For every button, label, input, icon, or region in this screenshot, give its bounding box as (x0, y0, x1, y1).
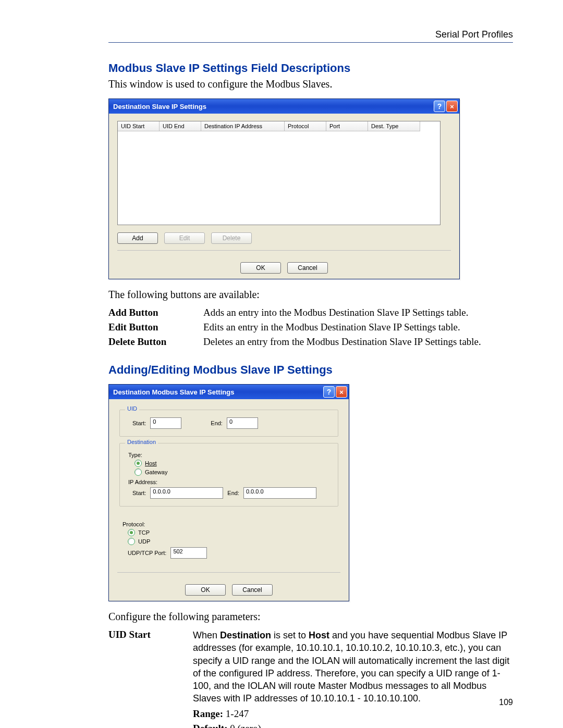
col-protocol[interactable]: Protocol (285, 121, 326, 131)
cancel-button[interactable]: Cancel (232, 584, 273, 596)
edit-button-desc: Edits an entry in the Modbus Destination… (203, 322, 513, 333)
section1-tail: The following buttons are available: (108, 289, 513, 301)
section1-intro: This window is used to configure the Mod… (108, 78, 513, 90)
dialog1-title: Destination Slave IP Settings (113, 103, 433, 110)
type-gateway-radio[interactable]: Gateway (134, 468, 333, 476)
ip-start-input[interactable]: 0.0.0.0 (150, 487, 223, 499)
edit-button-label: Edit Button (108, 322, 197, 336)
slave-ip-listview[interactable]: UID Start UID End Destination IP Address… (117, 121, 440, 225)
dialog-destination-modbus-slave-ip-settings: Destination Modbus Slave IP Settings ? ×… (108, 384, 349, 601)
protocol-udp-label: UDP (138, 538, 150, 545)
section1-title: Modbus Slave IP Settings Field Descripti… (108, 61, 513, 75)
udp-tcp-port-label: UDP/TCP Port: (128, 550, 166, 556)
uid-start-param-desc: When Destination is set to Host and you … (193, 629, 513, 728)
radio-icon (134, 460, 142, 467)
radio-icon (134, 468, 142, 476)
section2-title: Adding/Editing Modbus Slave IP Settings (108, 363, 513, 377)
running-header: Serial Port Profiles (108, 29, 513, 40)
type-label: Type: (128, 452, 333, 458)
ok-button[interactable]: OK (185, 584, 226, 596)
protocol-tcp-radio[interactable]: TCP (128, 529, 333, 536)
uid-start-input[interactable]: 0 (150, 417, 181, 429)
protocol-group: Protocol: TCP UDP UDP/TCP Port: 502 (119, 513, 338, 566)
uid-end-input[interactable]: 0 (227, 417, 258, 429)
uid-legend: UID (125, 405, 139, 412)
uid-start-param-label: UID Start (108, 629, 187, 728)
type-gateway-label: Gateway (145, 469, 167, 475)
ip-end-input[interactable]: 0.0.0.0 (243, 487, 316, 499)
uid-end-label: End: (211, 420, 223, 426)
add-button-desc: Adds an entry into the Modbus Destinatio… (203, 307, 513, 318)
help-icon[interactable]: ? (323, 386, 335, 398)
col-uid-start[interactable]: UID Start (118, 121, 160, 131)
protocol-udp-radio[interactable]: UDP (128, 538, 333, 545)
type-host-radio[interactable]: Host (134, 460, 333, 467)
page-number: 109 (499, 698, 513, 707)
protocol-tcp-label: TCP (138, 529, 150, 536)
col-dest-type[interactable]: Dest. Type (368, 121, 420, 131)
radio-icon (128, 529, 135, 536)
ip-start-label: Start: (132, 490, 146, 496)
type-host-label: Host (145, 460, 157, 466)
uid-group: UID Start: 0 End: 0 (119, 410, 338, 437)
help-icon[interactable]: ? (434, 101, 445, 112)
delete-button-desc: Deletes an entry from the Modbus Destina… (203, 336, 513, 348)
destination-group: Destination Type: Host Gateway IP Addres… (119, 443, 338, 507)
close-icon[interactable]: × (446, 101, 458, 112)
ip-end-label: End: (227, 490, 239, 496)
uid-start-label: Start: (132, 420, 146, 426)
header-rule (108, 42, 513, 43)
ip-address-label: IP Address: (128, 479, 333, 485)
col-dest-ip[interactable]: Destination IP Address (201, 121, 285, 131)
udp-tcp-port-input[interactable]: 502 (170, 547, 207, 559)
col-uid-end[interactable]: UID End (160, 121, 201, 131)
destination-legend: Destination (125, 439, 158, 445)
dialog2-title: Destination Modbus Slave IP Settings (113, 388, 322, 396)
dialog2-titlebar: Destination Modbus Slave IP Settings ? × (109, 385, 349, 399)
dialog-destination-slave-ip-settings: Destination Slave IP Settings ? × UID St… (108, 98, 460, 279)
add-button[interactable]: Add (117, 232, 158, 244)
ok-button[interactable]: OK (240, 262, 281, 274)
dialog1-titlebar: Destination Slave IP Settings ? × (109, 99, 459, 114)
col-port[interactable]: Port (326, 121, 368, 131)
add-button-label: Add Button (108, 307, 197, 322)
edit-button: Edit (164, 232, 205, 244)
close-icon[interactable]: × (336, 386, 347, 398)
protocol-label: Protocol: (123, 521, 333, 527)
cancel-button[interactable]: Cancel (287, 262, 328, 274)
delete-button: Delete (211, 232, 252, 244)
section2-tail: Configure the following parameters: (108, 611, 513, 623)
delete-button-label: Delete Button (108, 336, 197, 351)
radio-icon (128, 538, 135, 545)
